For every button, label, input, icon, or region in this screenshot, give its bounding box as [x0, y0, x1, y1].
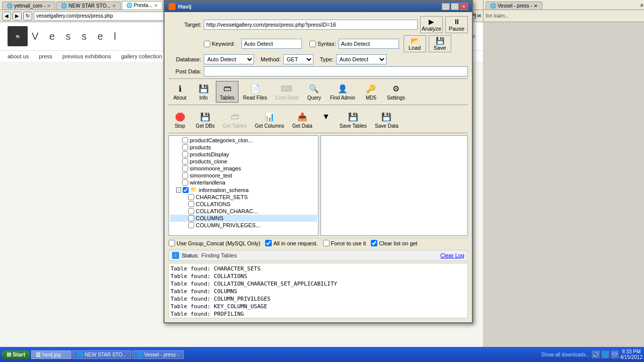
syntax-input[interactable] — [339, 39, 399, 49]
get-data-button[interactable]: 📥 Get Data — [289, 109, 316, 131]
taskbar-btn-havij[interactable]: 🖼 havij.jpg — [31, 350, 71, 359]
refresh-button[interactable]: ↻ — [23, 12, 32, 21]
right-tab-vessel[interactable]: 🌐 Vessel - press - ✕ — [486, 2, 542, 10]
keyword-input[interactable] — [242, 39, 302, 49]
start-button[interactable]: ⊞ Start — [2, 350, 30, 359]
maximize-button[interactable]: □ — [451, 3, 459, 10]
tree-item-productsdisplay[interactable]: productsDisplay — [170, 151, 317, 158]
type-select[interactable]: Auto Detect — [336, 54, 386, 64]
tree-item-character-sets[interactable]: CHARACTER_SETS — [170, 194, 317, 201]
get-tables-button[interactable]: 🗃 Get Tables — [219, 109, 251, 131]
use-group-concat-checkbox[interactable] — [169, 240, 175, 246]
tree-item-collation-charac[interactable]: COLLATION_CHARAC... — [170, 208, 317, 215]
target-input[interactable] — [204, 20, 418, 30]
all-in-one-checkbox[interactable] — [265, 240, 272, 246]
tab-presta[interactable]: 🌐 Presta... ✕ — [122, 1, 163, 10]
find-admin-button[interactable]: 👤 Find Admin — [327, 81, 359, 103]
tree-item-winterlandlena[interactable]: winterlandlena — [170, 179, 317, 186]
nav-about[interactable]: about us — [8, 53, 29, 59]
main-panel: productCategories_clon... products produ… — [169, 135, 468, 236]
forward-button[interactable]: ▶ — [13, 12, 22, 21]
tree-checkbox[interactable] — [182, 137, 188, 143]
tree-checkbox[interactable] — [182, 151, 188, 157]
get-dbs-icon: 💾 — [200, 111, 211, 122]
save-data-button[interactable]: 💾 Save Data — [371, 109, 402, 131]
nav-exhibitions[interactable]: previous exhibitions — [62, 53, 111, 59]
about-button[interactable]: ℹ About — [169, 81, 191, 103]
minimize-button[interactable]: _ — [442, 3, 450, 10]
tree-item-simonmoore-images[interactable]: simonmoore_images — [170, 165, 317, 172]
tree-checkbox[interactable] — [182, 179, 188, 186]
tree-item-information-schema[interactable]: - 📁 information_schema — [170, 186, 317, 194]
show-downloads[interactable]: Show all downloads... — [541, 352, 590, 357]
back-button[interactable]: ◀ — [2, 12, 11, 21]
close-button[interactable]: ✕ — [460, 3, 468, 10]
all-in-one-option[interactable]: All in one request. — [265, 240, 317, 246]
get-columns-button[interactable]: 📊 Get Columns — [251, 109, 287, 131]
info-button[interactable]: 💾 Info — [192, 81, 215, 103]
taskbar-btn-icon: 🌐 — [77, 352, 83, 357]
read-files-button[interactable]: 📄 Read Files — [239, 81, 271, 103]
tree-checkbox[interactable] — [182, 158, 188, 164]
query-button[interactable]: 🔍 Query — [303, 81, 326, 103]
analyze-button[interactable]: ▶ Analyze — [420, 16, 443, 33]
tree-checkbox[interactable] — [182, 165, 188, 171]
taskbar-btn-newstar[interactable]: 🌐 NEW STAR STO... — [72, 350, 131, 359]
stop-button[interactable]: 🛑 Stop — [169, 109, 191, 131]
database-select[interactable]: Auto Detect — [204, 54, 254, 64]
settings-button[interactable]: ⚙ Settings — [383, 81, 409, 103]
right-tab-close[interactable]: ✕ — [534, 4, 538, 9]
clear-list-option[interactable]: Clear list on get — [371, 240, 417, 246]
tables-button[interactable]: 🗃 Tables — [216, 81, 238, 103]
tree-item-products[interactable]: products — [170, 144, 317, 151]
clear-log-button[interactable]: Clear Log — [440, 252, 464, 258]
cmd-shell-button[interactable]: ⌨ Cmd Shell — [272, 81, 302, 103]
syntax-checkbox[interactable] — [309, 41, 316, 47]
save-tables-button[interactable]: 💾 Save Tables — [336, 109, 370, 131]
tree-checkbox[interactable] — [188, 201, 194, 207]
tree-checkbox[interactable] — [182, 172, 188, 178]
load-button[interactable]: 📂 Load — [404, 35, 426, 52]
toolbar-icon-4[interactable]: ✉ — [477, 13, 481, 19]
tree-checkbox[interactable] — [188, 222, 194, 228]
use-group-concat-option[interactable]: Use Group_Concat (MySQL Only) — [169, 240, 260, 246]
method-select[interactable]: GET — [283, 54, 313, 64]
tab-close[interactable]: ✕ — [154, 3, 158, 8]
force-to-use-checkbox[interactable] — [323, 240, 330, 246]
taskbar-btn-vessel[interactable]: 🌐 Vessel - press - — [132, 350, 184, 359]
tab-newstar[interactable]: 🌐 NEW STAR STO... ✕ — [56, 2, 121, 10]
tree-item-collations[interactable]: COLLATIONS — [170, 201, 317, 208]
tree-checkbox[interactable] — [188, 215, 194, 221]
get-dbs-button[interactable]: 💾 Get DBs — [192, 109, 218, 131]
pause-button[interactable]: ⏸ Pause — [445, 16, 468, 33]
post-data-row: Post Data: — [169, 66, 468, 76]
database-tree[interactable]: productCategories_clon... products produ… — [169, 135, 318, 236]
post-data-input[interactable] — [204, 66, 468, 76]
tree-item-simonmoore-text[interactable]: simonmoore_text — [170, 172, 317, 179]
new-tab-button[interactable]: ✕ — [640, 3, 644, 8]
nav-gallery[interactable]: gallery collection — [121, 53, 162, 59]
tab-close[interactable]: ✕ — [112, 4, 116, 9]
syntax-checkbox-label[interactable]: Syntax: — [309, 41, 336, 47]
keyword-checkbox[interactable] — [204, 41, 210, 47]
nav-press[interactable]: press — [39, 53, 52, 59]
tree-checkbox[interactable] — [182, 144, 188, 150]
log-area[interactable]: Table found: CHARACTER_SETS Table found:… — [169, 263, 468, 318]
data-pane — [320, 135, 468, 236]
tree-item-column-privileges[interactable]: COLUMN_PRIVILEGES... — [170, 222, 317, 229]
tree-checkbox[interactable] — [188, 208, 194, 214]
tab-close[interactable]: ✕ — [47, 4, 51, 9]
tree-item-productcategories[interactable]: productCategories_clon... — [170, 137, 317, 144]
force-to-use-option[interactable]: Force to use it — [323, 240, 366, 246]
tree-collapse-icon[interactable]: - — [176, 188, 181, 193]
tab-yetmail[interactable]: 🌐 yetmail_com - ✕ — [2, 2, 55, 10]
tree-checkbox[interactable] — [188, 194, 194, 200]
keyword-checkbox-label[interactable]: Keyword: — [204, 41, 239, 47]
dropdown-button[interactable]: ▼ — [317, 109, 335, 131]
clear-list-checkbox[interactable] — [371, 240, 377, 246]
md5-button[interactable]: 🔑 MD5 — [360, 81, 382, 103]
tree-item-products-clone[interactable]: products_clone — [170, 158, 317, 165]
tree-item-columns[interactable]: COLUMNS — [170, 215, 317, 222]
tree-checkbox[interactable] — [183, 187, 189, 193]
save-button[interactable]: 💾 Save — [429, 35, 451, 52]
